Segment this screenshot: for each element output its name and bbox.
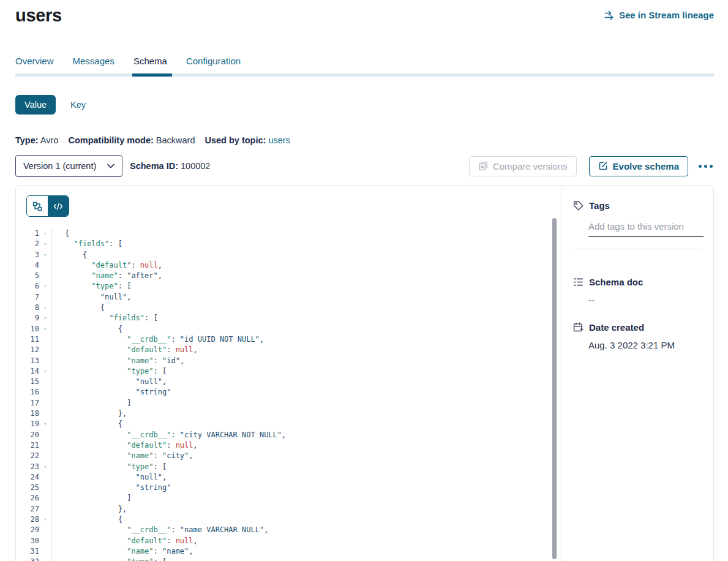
- collapse-toggle-icon[interactable]: ▾: [39, 462, 52, 472]
- tab-messages[interactable]: Messages: [73, 56, 114, 73]
- gutter-spacer: [39, 546, 52, 557]
- meta-compat-value: Backward: [156, 135, 195, 145]
- collapse-toggle-icon[interactable]: ▾: [39, 313, 52, 323]
- tab-schema[interactable]: Schema: [133, 56, 167, 73]
- code-line: 22 "name": "city",: [16, 451, 561, 461]
- evolve-schema-button[interactable]: Evolve schema: [589, 156, 688, 176]
- schema-code: 1▾{2▾ "fields": [3▾ {4 "default": null,5…: [16, 228, 561, 561]
- tags-input-wrap: [588, 220, 702, 237]
- code-text: "type": [: [52, 281, 131, 292]
- topic-link[interactable]: users: [268, 135, 290, 145]
- line-number: 22: [16, 451, 39, 461]
- collapse-toggle-icon[interactable]: ▾: [39, 514, 52, 525]
- version-select[interactable]: Version 1 (current): [15, 155, 122, 177]
- tab-configuration[interactable]: Configuration: [186, 56, 241, 73]
- code-line: 14▾ "type": [: [16, 366, 561, 377]
- compare-versions-icon: [478, 161, 488, 171]
- line-number: 11: [16, 334, 39, 345]
- collapse-toggle-icon[interactable]: ▾: [39, 250, 52, 260]
- line-number: 1: [16, 228, 39, 239]
- code-line: 31 "name": "name",: [16, 546, 561, 557]
- key-toggle-button[interactable]: Key: [70, 100, 86, 110]
- code-text: "default": null,: [52, 260, 162, 271]
- tab-bar: OverviewMessagesSchemaConfiguration: [15, 56, 714, 77]
- gutter-spacer: [39, 377, 52, 387]
- line-number: 9: [16, 313, 39, 323]
- collapse-toggle-icon[interactable]: ▾: [39, 366, 52, 377]
- schema-doc-heading: Schema doc: [573, 277, 702, 287]
- collapse-toggle-icon[interactable]: ▾: [39, 228, 52, 239]
- code-line: 24 "null",: [16, 472, 561, 483]
- line-number: 14: [16, 366, 39, 377]
- more-options-button[interactable]: [697, 162, 714, 170]
- tab-overview[interactable]: Overview: [15, 56, 54, 73]
- vertical-scrollbar[interactable]: [552, 218, 557, 559]
- code-line: 7 "null",: [16, 292, 561, 303]
- collapse-toggle-icon[interactable]: ▾: [39, 239, 52, 249]
- meta-type: Type: Avro: [15, 135, 58, 145]
- code-text: },: [52, 409, 127, 419]
- code-text: "__crdb__": "id UUID NOT NULL",: [52, 334, 264, 345]
- line-number: 8: [16, 303, 39, 313]
- code-text: ]: [52, 493, 131, 503]
- line-number: 26: [16, 493, 39, 503]
- tree-view-button[interactable]: [27, 196, 48, 216]
- compare-versions-button[interactable]: Compare versions: [469, 156, 577, 176]
- code-line: 26 ]: [16, 493, 561, 503]
- line-number: 18: [16, 409, 39, 419]
- code-text: "__crdb__": "city VARCHAR NOT NULL",: [52, 430, 286, 440]
- gutter-spacer: [39, 345, 52, 355]
- code-line: 27 },: [16, 504, 561, 514]
- code-text: "string": [52, 483, 171, 493]
- code-text: "null",: [52, 292, 131, 303]
- meta-type-label: Type:: [15, 135, 39, 145]
- compare-versions-label: Compare versions: [493, 161, 568, 171]
- stream-lineage-link[interactable]: See in Stream lineage: [604, 0, 714, 20]
- line-number: 4: [16, 260, 39, 271]
- view-mode-toggle: [26, 195, 69, 217]
- tags-input[interactable]: [588, 220, 704, 237]
- code-line: 21 "default": null,: [16, 440, 561, 451]
- collapse-toggle-icon[interactable]: ▾: [39, 557, 52, 561]
- gutter-spacer: [39, 472, 52, 483]
- stream-lineage-label: See in Stream lineage: [619, 10, 714, 20]
- tags-heading-label: Tags: [589, 200, 610, 211]
- code-text: {: [52, 303, 105, 313]
- gutter-spacer: [39, 440, 52, 451]
- code-text: "default": null,: [52, 536, 198, 546]
- code-text: {: [52, 250, 87, 260]
- code-line: 6▾ "type": [: [16, 281, 561, 292]
- code-text: "fields": [: [52, 313, 158, 323]
- code-view-button[interactable]: [48, 196, 69, 216]
- line-number: 13: [16, 356, 39, 366]
- schema-id: Schema ID: 100002: [130, 161, 210, 171]
- collapse-toggle-icon[interactable]: ▾: [39, 324, 52, 334]
- line-number: 15: [16, 377, 39, 387]
- collapse-toggle-icon[interactable]: ▾: [39, 303, 52, 313]
- code-line: 18 },: [16, 409, 561, 419]
- value-toggle-button[interactable]: Value: [15, 95, 56, 115]
- line-number: 17: [16, 398, 39, 409]
- code-text: {: [52, 228, 69, 239]
- code-text: "__crdb__": "name VARCHAR NULL",: [52, 525, 268, 535]
- code-text: "name": "city",: [52, 451, 193, 461]
- line-number: 19: [16, 419, 39, 429]
- gutter-spacer: [39, 356, 52, 366]
- date-created-heading: Date created: [573, 322, 702, 333]
- collapse-toggle-icon[interactable]: ▾: [39, 281, 52, 292]
- code-line: 1▾{: [16, 228, 561, 239]
- version-select-value: Version 1 (current): [23, 161, 96, 171]
- code-text: "fields": [: [52, 239, 122, 249]
- line-number: 32: [16, 557, 39, 561]
- code-text: "string": [52, 387, 171, 397]
- meta-type-value: Avro: [40, 135, 59, 145]
- tree-view-icon: [32, 201, 42, 211]
- collapse-toggle-icon[interactable]: ▾: [39, 419, 52, 429]
- gutter-spacer: [39, 271, 52, 281]
- gutter-spacer: [39, 430, 52, 440]
- code-text: },: [52, 504, 127, 514]
- code-editor: 1▾{2▾ "fields": [3▾ {4 "default": null,5…: [16, 186, 561, 561]
- controls-row: Version 1 (current) Schema ID: 100002 Co…: [15, 155, 714, 177]
- code-text: "type": [: [52, 557, 167, 561]
- gutter-spacer: [39, 260, 52, 271]
